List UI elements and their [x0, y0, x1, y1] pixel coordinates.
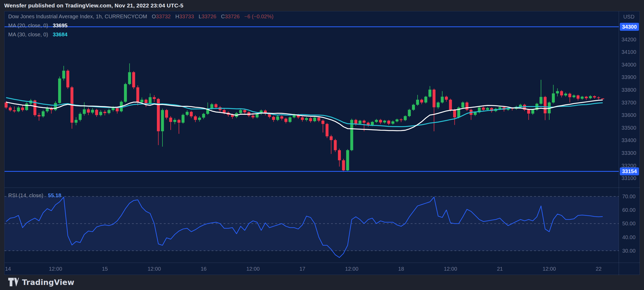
- svg-text:33700: 33700: [621, 100, 636, 106]
- symbol-title: Dow Jones Industrial Average Index, 1h, …: [8, 14, 147, 19]
- ma20-label: MA (20, close, 0): [8, 23, 48, 28]
- svg-text:34200: 34200: [621, 37, 636, 42]
- price-level-lines: [5, 27, 619, 171]
- change-value: −6 (−0.02%): [244, 14, 273, 19]
- svg-text:50.00: 50.00: [622, 221, 636, 226]
- chart-card: USD3420034100340003390033800337003360033…: [4, 11, 640, 275]
- svg-text:30.00: 30.00: [622, 248, 636, 254]
- ma20-legend[interactable]: MA (20, close, 0) 33695: [8, 23, 67, 29]
- time-axis[interactable]: 1412:001512:001612:001712:001812:002112:…: [5, 266, 602, 272]
- svg-text:12:00: 12:00: [148, 266, 161, 272]
- svg-text:33900: 33900: [621, 74, 636, 80]
- high-label: H: [175, 14, 179, 19]
- svg-text:33600: 33600: [621, 112, 636, 118]
- rsi-label: RSI (14, close): [8, 192, 43, 198]
- svg-text:22: 22: [596, 266, 602, 272]
- rsi-value: 55.18: [48, 192, 61, 198]
- svg-text:15: 15: [102, 266, 108, 272]
- close-label: C: [221, 14, 225, 19]
- close-value: 33726: [225, 14, 240, 19]
- ma30-value: 33684: [53, 32, 68, 37]
- low-value: 33726: [201, 14, 216, 19]
- svg-text:70.00: 70.00: [622, 194, 636, 199]
- svg-text:33400: 33400: [621, 137, 636, 143]
- svg-text:34000: 34000: [621, 62, 636, 68]
- svg-text:USD: USD: [623, 14, 634, 20]
- high-value: 33733: [179, 14, 194, 19]
- svg-text:18: 18: [398, 266, 404, 272]
- svg-text:60.00: 60.00: [622, 207, 636, 213]
- svg-text:12:00: 12:00: [345, 266, 358, 272]
- open-value: 33732: [156, 14, 171, 19]
- svg-text:34100: 34100: [621, 49, 636, 55]
- page: { "banner": { "text": "Wensfer published…: [0, 0, 644, 290]
- rsi-legend[interactable]: RSI (14, close) 55.18: [8, 192, 61, 199]
- low-label: L: [199, 14, 201, 19]
- svg-text:33154: 33154: [622, 168, 637, 174]
- rsi-band-layer: [5, 196, 619, 251]
- svg-text:12:00: 12:00: [49, 266, 62, 272]
- published-banner: Wensfer published on TradingView.com, No…: [4, 0, 183, 11]
- chart-canvas[interactable]: USD3420034100340003390033800337003360033…: [5, 11, 640, 275]
- svg-text:33300: 33300: [621, 150, 636, 156]
- ma20-value: 33695: [53, 23, 68, 28]
- svg-text:14: 14: [5, 266, 11, 272]
- svg-text:17: 17: [299, 266, 305, 272]
- candles-layer: [5, 63, 604, 172]
- svg-text:40.00: 40.00: [622, 234, 636, 240]
- svg-text:16: 16: [201, 266, 207, 272]
- svg-text:33500: 33500: [621, 125, 636, 131]
- tradingview-brand[interactable]: TradingView: [8, 277, 74, 287]
- symbol-legend[interactable]: Dow Jones Industrial Average Index, 1h, …: [8, 14, 273, 20]
- banner-text: Wensfer published on TradingView.com, No…: [4, 2, 183, 8]
- svg-text:33800: 33800: [621, 87, 636, 93]
- svg-text:33100: 33100: [621, 175, 636, 181]
- ma30-legend[interactable]: MA (30, close, 0) 33684: [8, 32, 67, 38]
- ma20-line: [6, 100, 603, 131]
- open-label: O: [152, 14, 156, 19]
- tradingview-logo-icon: [8, 277, 19, 287]
- rsi-axis[interactable]: 70.0060.0050.0040.0030.00: [622, 194, 636, 254]
- ma30-label: MA (30, close, 0): [8, 32, 48, 37]
- svg-text:12:00: 12:00: [246, 266, 260, 272]
- svg-text:34300: 34300: [622, 24, 637, 30]
- svg-text:12:00: 12:00: [543, 266, 556, 272]
- price-axis[interactable]: USD3420034100340003390033800337003360033…: [620, 14, 639, 181]
- brand-text: TradingView: [22, 278, 74, 287]
- svg-text:12:00: 12:00: [444, 266, 457, 272]
- svg-text:21: 21: [497, 266, 503, 272]
